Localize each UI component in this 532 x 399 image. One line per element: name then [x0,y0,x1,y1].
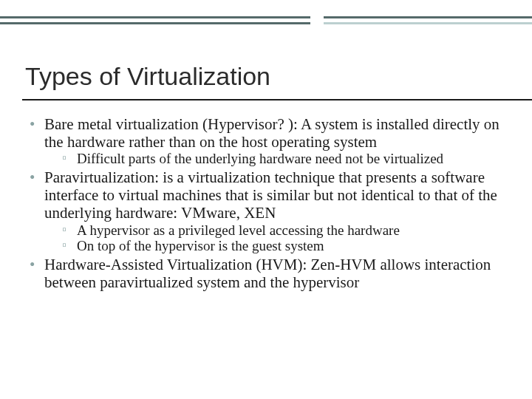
bullet-text: Paravirtualization: is a virtualization … [44,168,497,222]
bullet-text: Hardware-Assisted Virtualization (HVM): … [44,256,491,291]
title-underline [22,99,532,100]
slide-body: Bare metal virtualization (Hypervisor? )… [30,115,502,293]
decor-bar-1 [0,16,532,18]
sub-bullet: Difficult parts of the underlying hardwa… [62,151,502,167]
decor-bar-2 [0,22,532,24]
slide: Types of Virtualization Bare metal virtu… [0,0,532,399]
bullet-paravirtualization: Paravirtualization: is a virtualization … [30,168,502,254]
sub-bullet: On top of the hypervisor is the guest sy… [62,238,502,254]
bullet-text: Bare metal virtualization (Hypervisor? )… [44,115,499,151]
bullet-text: On top of the hypervisor is the guest sy… [77,238,324,253]
sub-bullet: A hypervisor as a privileged level acces… [62,222,502,239]
header-decoration [0,16,532,28]
bullet-hvm: Hardware-Assisted Virtualization (HVM): … [30,256,502,291]
bullet-text: Difficult parts of the underlying hardwa… [77,151,443,166]
bullet-bare-metal: Bare metal virtualization (Hypervisor? )… [30,115,502,167]
slide-title: Types of Virtualization [25,62,270,91]
bullet-text: A hypervisor as a privileged level acces… [77,222,400,238]
